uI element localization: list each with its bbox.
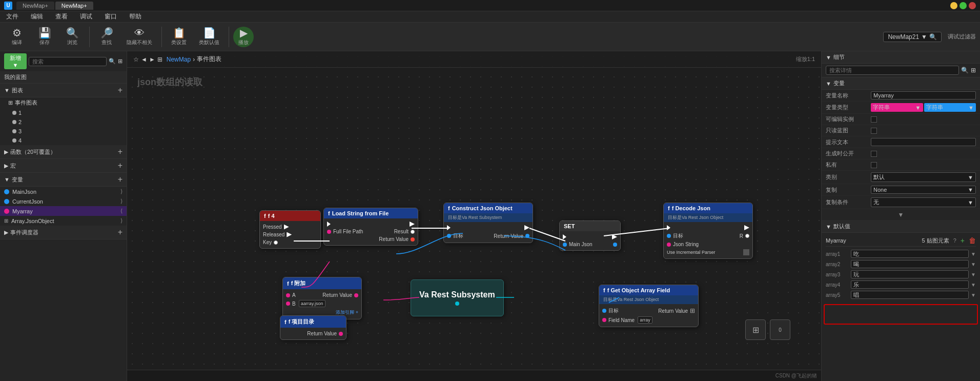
construct-exec-pin-out[interactable] (524, 225, 529, 230)
array-item-2-expand[interactable]: ▼ (971, 262, 976, 267)
array-item-4-input[interactable] (851, 280, 969, 289)
array-question-icon[interactable]: ? (953, 237, 956, 244)
menu-window[interactable]: 窗口 (103, 11, 119, 22)
array-item-1-expand[interactable]: ▼ (971, 251, 976, 257)
va-rest-out-pin[interactable] (455, 302, 459, 306)
hide-button[interactable]: 👁 隐藏不相关 (121, 26, 157, 48)
details-search-input[interactable] (826, 66, 959, 75)
getobj-fieldname-pin[interactable] (602, 318, 606, 322)
class-settings-button[interactable]: 📋 类设置 (166, 26, 192, 48)
load-result-pin[interactable] (411, 230, 415, 234)
load-filepath-pin[interactable] (327, 230, 331, 234)
array-item-3-input[interactable] (851, 270, 969, 278)
play-button[interactable]: ▶ 播放 (233, 27, 254, 47)
menu-file[interactable]: 文件 (4, 11, 21, 22)
prop-expand-btn[interactable]: ▼ (898, 211, 904, 218)
graph-sub-item-3[interactable]: 3 (0, 127, 127, 136)
getobj-fieldname-value[interactable]: array (638, 316, 652, 324)
pressed-exec-pin[interactable] (284, 225, 289, 230)
prop-public-spawn-checkbox[interactable] (871, 151, 877, 157)
decode-incremental-checkbox[interactable] (743, 249, 749, 255)
breadcrumb-map[interactable]: NewMap (167, 56, 191, 63)
title-tab-2[interactable]: NewMap+ (55, 2, 93, 10)
getobj-target-pin[interactable] (602, 309, 606, 313)
star-icon[interactable]: ☆ (133, 56, 139, 63)
prop-readonly-checkbox[interactable] (871, 128, 877, 134)
prop-replication-dropdown[interactable]: None ▼ (871, 186, 976, 194)
prop-var-type-dropdown-1[interactable]: 字符串 ▼ (871, 103, 923, 112)
decode-target-pin[interactable] (667, 234, 671, 238)
var-current-json[interactable]: CurrentJson ⟩ (0, 196, 127, 206)
variables-add-button[interactable]: + (118, 175, 122, 184)
map-selector[interactable]: NewMap21 ▼ 🔍 (883, 32, 942, 42)
set-exec-pin-in[interactable] (563, 234, 568, 239)
browse-button[interactable]: 🔍 浏览 (59, 26, 85, 48)
load-returnval-pin[interactable] (411, 237, 415, 242)
add-rv-pin[interactable] (354, 293, 358, 297)
save-button[interactable]: 💾 保存 (32, 26, 57, 48)
event-graph-item[interactable]: ⊞ 事件图表 (0, 97, 127, 108)
menu-edit[interactable]: 编辑 (29, 11, 45, 22)
node-decode-json[interactable]: f f Decode Json 目标是Va Rest Json Object (663, 203, 753, 259)
decode-r-pin[interactable] (745, 234, 749, 238)
menu-debug[interactable]: 调试 (78, 11, 94, 22)
add-a-pin[interactable] (286, 293, 290, 297)
node-add[interactable]: f f 附加 A Return Value (282, 277, 362, 319)
event-scheduler-add-button[interactable]: + (118, 228, 122, 237)
array-add-icon[interactable]: + (961, 236, 965, 245)
prop-rep-condition-dropdown[interactable]: 无 ▼ (871, 197, 976, 207)
construct-target-pin[interactable] (447, 234, 451, 238)
title-tab-1[interactable]: NewMap+ (16, 2, 54, 10)
minimize-btn[interactable] (950, 2, 957, 9)
load-exec-pin-out[interactable] (410, 222, 415, 227)
array-delete-icon[interactable]: 🗑 (969, 236, 976, 245)
array-item-5-expand[interactable]: ▼ (971, 292, 976, 298)
small-node-2[interactable]: 0 (770, 319, 790, 340)
graph-sub-item-2[interactable]: 2 (0, 117, 127, 127)
set-exec-pin-out[interactable] (612, 234, 617, 239)
find-button[interactable]: 🔎 查找 (94, 26, 119, 48)
variables-collapse[interactable]: ▼ 变量 (822, 77, 980, 90)
menu-help[interactable]: 帮助 (127, 11, 144, 22)
array-item-4-expand[interactable]: ▼ (971, 282, 976, 288)
var-array-json[interactable]: ⊞ Array.JsonObject ⟩ (0, 216, 127, 226)
set-mainjson-pin[interactable] (563, 243, 567, 247)
key-pin[interactable] (274, 240, 278, 245)
close-btn[interactable] (969, 2, 976, 9)
decode-exec-pin-in[interactable] (667, 225, 672, 230)
graph-sub-item-1[interactable]: 1 (0, 108, 127, 117)
menu-view[interactable]: 查看 (53, 11, 70, 22)
construct-rv-pin[interactable] (525, 234, 529, 238)
prop-hint-input[interactable] (871, 138, 976, 146)
array-item-2-input[interactable] (851, 260, 969, 268)
node-4[interactable]: f f 4 Pressed Released (259, 210, 321, 249)
small-node-1[interactable]: ⊞ (745, 319, 766, 340)
project-rv-pin[interactable] (339, 332, 343, 336)
decode-jsonstring-pin[interactable] (667, 243, 671, 247)
array-item-5-input[interactable] (851, 291, 969, 299)
class-defaults-button[interactable]: 📄 类默认值 (194, 26, 224, 48)
var-myarray[interactable]: Myarray ⟨ (0, 206, 127, 216)
prop-category-dropdown[interactable]: 默认 ▼ (871, 172, 976, 182)
construct-exec-pin-in[interactable] (447, 225, 452, 230)
node-project[interactable]: f f 项目目录 Return Value (280, 315, 346, 340)
array-item-1-input[interactable] (851, 250, 969, 258)
node-load-string[interactable]: f Load String from File Full File Path (323, 208, 418, 246)
decode-exec-pin-out[interactable] (744, 225, 749, 230)
maximize-btn[interactable] (959, 2, 967, 9)
node-set[interactable]: SET Main Json (559, 220, 621, 251)
load-exec-pin-in[interactable] (327, 222, 332, 227)
search-input[interactable] (29, 57, 107, 66)
add-b-value[interactable]: aarray.json (299, 300, 325, 307)
array-item-3-expand[interactable]: ▼ (971, 272, 976, 277)
canvas-area[interactable]: ☆ ◄ ► ⊞ NewMap › 事件图表 缩放1:1 json数组的读取 (127, 51, 821, 381)
add-b-pin[interactable] (286, 302, 290, 306)
node-construct-json[interactable]: f Construct Json Object 目标是Va Rest Subsy… (443, 203, 533, 243)
prop-var-type-dropdown-2[interactable]: 字符串 ▼ (924, 103, 976, 112)
node-get-object[interactable]: f f Get Object Array Field 目标是Va Rest Js… (599, 285, 699, 327)
graph-add-button[interactable]: + (118, 86, 122, 95)
compile-button[interactable]: ⚙ 编译 (4, 26, 30, 48)
released-exec-pin[interactable] (287, 232, 292, 237)
node-va-rest[interactable]: Va Rest Subsystem (411, 279, 504, 316)
graph-sub-item-4[interactable]: 4 (0, 136, 127, 145)
